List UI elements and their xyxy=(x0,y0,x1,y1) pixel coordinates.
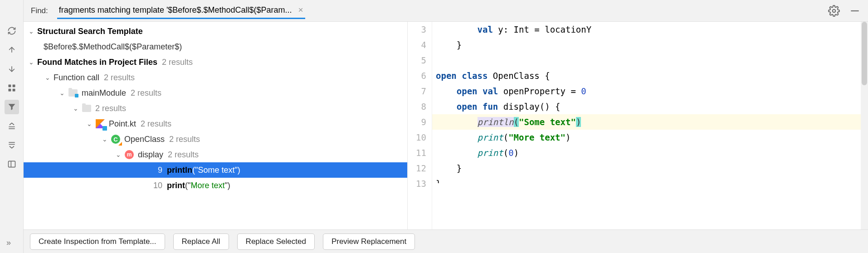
tree-module[interactable]: ⌄ mainModule 2 results xyxy=(24,85,407,101)
group-icon[interactable] xyxy=(5,81,19,95)
kotlin-file-icon xyxy=(95,119,105,129)
close-tab-icon[interactable]: × xyxy=(298,5,303,15)
tree-method[interactable]: ⌄ m display 2 results xyxy=(24,147,407,162)
results-tree[interactable]: ⌄ Structural Search Template $Before$.$M… xyxy=(24,22,407,229)
create-inspection-button[interactable]: Create Inspection from Template... xyxy=(30,234,165,250)
svg-point-5 xyxy=(833,9,836,12)
preview-toggle-icon[interactable] xyxy=(5,157,19,171)
svg-rect-2 xyxy=(8,89,11,92)
query-text: fragments matching template '$Before$.$M… xyxy=(59,5,292,15)
svg-rect-4 xyxy=(8,161,15,167)
tree-found-header[interactable]: ⌄ Found Matches in Project Files 2 resul… xyxy=(24,54,407,70)
chevron-down-icon[interactable]: ⌄ xyxy=(101,136,109,143)
action-bar: Create Inspection from Template... Repla… xyxy=(24,229,868,253)
prev-match-icon[interactable] xyxy=(5,43,19,57)
find-label: Find: xyxy=(31,6,48,15)
tree-template-header[interactable]: ⌄ Structural Search Template xyxy=(24,24,407,39)
tree-function-call[interactable]: ⌄ Function call 2 results xyxy=(24,70,407,85)
module-folder-icon xyxy=(68,88,78,98)
editor-scrollbar[interactable] xyxy=(861,22,868,229)
collapse-all-icon[interactable] xyxy=(5,138,19,152)
svg-rect-1 xyxy=(12,85,15,88)
tree-file[interactable]: ⌄ Point.kt 2 results xyxy=(24,116,407,131)
refresh-icon[interactable] xyxy=(5,24,19,38)
chevron-down-icon[interactable]: ⌄ xyxy=(44,74,52,81)
chevron-down-icon[interactable]: ⌄ xyxy=(85,120,93,127)
scrollbar-thumb[interactable] xyxy=(862,22,867,85)
tree-match-2[interactable]: 10 print("More text") xyxy=(24,178,407,193)
svg-rect-3 xyxy=(12,89,15,92)
tree-class[interactable]: ⌄ C OpenClass 2 results xyxy=(24,131,407,147)
minimize-icon[interactable] xyxy=(849,5,861,17)
replace-all-button[interactable]: Replace All xyxy=(173,234,229,250)
method-icon: m xyxy=(124,150,134,160)
query-tab[interactable]: fragments matching template '$Before$.$M… xyxy=(57,5,305,19)
preview-replacement-button[interactable]: Preview Replacement xyxy=(323,234,415,250)
chevron-down-icon[interactable]: ⌄ xyxy=(58,89,66,97)
tool-rail: » xyxy=(0,0,24,253)
tree-folder[interactable]: ⌄ 2 results xyxy=(24,101,407,116)
chevron-down-icon[interactable]: ⌄ xyxy=(27,58,35,66)
find-bar: Find: fragments matching template '$Befo… xyxy=(24,0,868,22)
editor-code[interactable]: val y: Int = locationY }open class OpenC… xyxy=(432,22,868,229)
more-icon[interactable]: » xyxy=(6,238,11,248)
chevron-down-icon[interactable]: ⌄ xyxy=(72,105,80,112)
gear-icon[interactable] xyxy=(828,5,840,17)
code-preview: 345678910111213 val y: Int = locationY }… xyxy=(407,22,868,229)
filter-icon[interactable] xyxy=(5,100,19,114)
chevron-down-icon[interactable]: ⌄ xyxy=(114,151,122,158)
editor-gutter: 345678910111213 xyxy=(408,22,432,229)
tree-template-text[interactable]: $Before$.$MethodCall$($Parameter$) xyxy=(24,39,407,54)
class-icon: C xyxy=(111,134,121,144)
svg-rect-0 xyxy=(8,85,11,88)
tree-match-1[interactable]: 9 println("Some text") xyxy=(24,162,407,178)
next-match-icon[interactable] xyxy=(5,62,19,76)
folder-icon xyxy=(82,103,92,113)
expand-all-icon[interactable] xyxy=(5,119,19,133)
replace-selected-button[interactable]: Replace Selected xyxy=(237,234,315,250)
chevron-down-icon[interactable]: ⌄ xyxy=(27,28,35,35)
